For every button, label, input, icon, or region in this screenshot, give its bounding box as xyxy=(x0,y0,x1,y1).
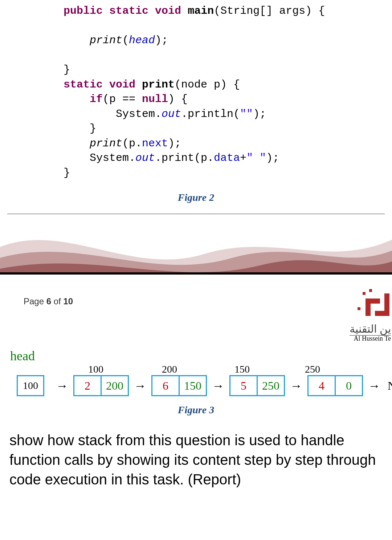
null-label: NULL xyxy=(388,379,392,393)
node-addr-1: 200 xyxy=(162,364,177,375)
question-text: show how stack from this question is use… xyxy=(0,426,392,507)
institution-logo: ين التقنية Al Hussein Te xyxy=(350,289,391,342)
head-box: 100 xyxy=(17,375,44,396)
node-addr-0: 100 xyxy=(88,364,103,375)
figure-2-caption: Figure 2 xyxy=(0,192,392,203)
code-figure-2: public static void main(String[] args) {… xyxy=(0,0,392,184)
arrow-icon: → xyxy=(134,379,146,393)
node-addr-2: 150 xyxy=(234,364,250,375)
node-2: 5 250 xyxy=(229,375,285,396)
logo-subtext: Al Hussein Te xyxy=(350,335,391,342)
arrow-icon: → xyxy=(368,379,380,393)
arrow-icon: → xyxy=(290,379,302,393)
svg-rect-1 xyxy=(369,289,372,292)
node-3: 4 0 xyxy=(307,375,363,396)
svg-rect-6 xyxy=(358,307,360,310)
figure-3-caption: Figure 3 xyxy=(0,404,392,416)
svg-rect-3 xyxy=(366,299,380,304)
node-addr-3: 250 xyxy=(305,364,320,375)
svg-rect-5 xyxy=(384,293,389,316)
logo-arabic-text: ين التقنية xyxy=(350,322,391,335)
page-number: Page 6 of 10 xyxy=(24,296,73,306)
figure-3-linkedlist: head 100 200 150 250 100 → 2 200 → 6 150… xyxy=(0,346,392,396)
node-1: 6 150 xyxy=(151,375,207,396)
arrow-icon: → xyxy=(212,379,224,393)
decorative-wave xyxy=(0,214,392,275)
arrow-icon: → xyxy=(56,379,68,393)
head-label: head xyxy=(10,348,385,364)
node-0: 2 200 xyxy=(73,375,129,396)
svg-rect-0 xyxy=(363,292,366,295)
